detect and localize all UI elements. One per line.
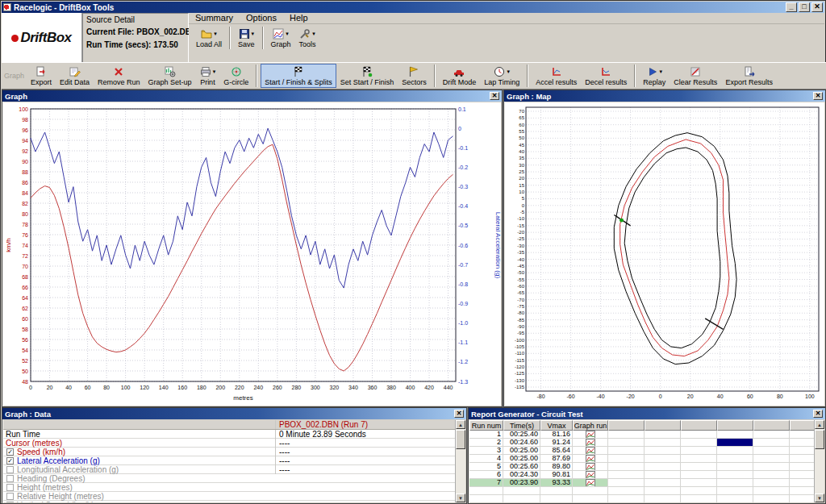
report-panel-titlebar[interactable]: Report Generator - Circuit Test ✕: [469, 408, 825, 419]
data-panel-titlebar[interactable]: Graph : Data ✕: [2, 408, 466, 419]
graph-toolbar-button-export-results[interactable]: Export Results: [721, 64, 777, 88]
report-row[interactable]: 200:24.6091.24: [469, 439, 814, 447]
svg-text:78: 78: [22, 222, 28, 227]
scrollbar-thumb[interactable]: [456, 430, 465, 449]
svg-text:-0.2: -0.2: [458, 165, 468, 170]
svg-text:72: 72: [22, 253, 28, 259]
graph-run-cell[interactable]: [573, 439, 608, 447]
svg-text:280: 280: [292, 385, 302, 390]
dropdown-arrow-icon[interactable]: ▾: [312, 31, 315, 37]
graph-toolbar-button-print[interactable]: ▾Print: [196, 64, 220, 88]
graph-toolbar-button-edit-data[interactable]: Edit Data: [56, 64, 94, 88]
minimize-button[interactable]: _: [786, 2, 797, 12]
data-panel-scrollbar[interactable]: ▲ ▼: [455, 420, 465, 502]
graph-toolbar-button-accel-results[interactable]: Accel results: [532, 64, 581, 88]
graph-toolbar-button-start-finish-splits[interactable]: Start / Finish & Splits: [261, 64, 336, 88]
report-column-header-time-s[interactable]: Time(s): [503, 420, 540, 431]
graph-run-cell[interactable]: [573, 479, 608, 487]
graph-run-cell[interactable]: [573, 471, 608, 479]
graph-toolbar-button-lap-timing[interactable]: ▾Lap Timing: [480, 64, 524, 88]
graph-run-cell[interactable]: [573, 455, 608, 463]
channel-checkbox[interactable]: ✓: [6, 448, 14, 456]
selected-cell[interactable]: [717, 439, 753, 447]
graph-run-cell[interactable]: [573, 487, 608, 495]
scroll-down-icon[interactable]: ▼: [456, 494, 465, 502]
graph-toolbar-button-g-circle[interactable]: G-circle: [219, 64, 252, 88]
graph-toolbar-button-set-start-finish[interactable]: Set Start / Finish: [336, 64, 398, 88]
data-panel-close-icon[interactable]: ✕: [454, 410, 464, 418]
graph-run-icon[interactable]: [586, 447, 595, 455]
report-row[interactable]: 500:25.6089.80: [469, 463, 814, 471]
graph-toolbar-button-drift-mode[interactable]: Drift Mode: [439, 64, 481, 88]
svg-text:-90: -90: [517, 324, 524, 329]
channel-checkbox[interactable]: [6, 493, 14, 500]
main-toolbar-button-save[interactable]: ▾Save: [234, 26, 259, 50]
dropdown-arrow-icon[interactable]: ▾: [660, 69, 663, 75]
channel-checkbox[interactable]: [6, 484, 14, 491]
dropdown-arrow-icon[interactable]: ▾: [252, 31, 255, 37]
dropdown-arrow-icon[interactable]: ▾: [286, 31, 289, 37]
clock-icon: [494, 66, 505, 77]
scrollbar-thumb[interactable]: [815, 430, 824, 449]
graph-toolbar-button-remove-run[interactable]: Remove Run: [94, 64, 144, 88]
graph-run-icon[interactable]: [586, 439, 595, 447]
scroll-up-icon[interactable]: ▲: [815, 420, 824, 429]
graph-run-cell[interactable]: [573, 447, 608, 455]
graph-toolbar-button-export[interactable]: Export: [27, 64, 56, 88]
channel-checkbox[interactable]: ✓: [6, 457, 14, 464]
main-toolbar-button-graph[interactable]: ▾Graph: [267, 26, 295, 50]
graph-toolbar-button-sectors[interactable]: Sectors: [398, 64, 431, 88]
dropdown-arrow-icon[interactable]: ▾: [213, 69, 216, 75]
maximize-button[interactable]: □: [799, 2, 810, 12]
graph-run-cell[interactable]: [573, 463, 608, 471]
map-window-close-icon[interactable]: ✕: [813, 92, 823, 100]
toolbar-icon-row: [551, 65, 562, 78]
menu-item-help[interactable]: Help: [283, 13, 315, 23]
channel-checkbox[interactable]: [6, 502, 14, 503]
graph-run-cell[interactable]: [573, 495, 608, 502]
graph-run-cell[interactable]: [573, 431, 608, 439]
dropdown-arrow-icon[interactable]: ▾: [507, 69, 510, 75]
channel-checkbox[interactable]: [6, 466, 14, 473]
graph-toolbar-button-replay[interactable]: ▾Replay: [639, 64, 670, 88]
map-window-titlebar[interactable]: Graph : Map ✕: [504, 90, 825, 102]
report-row[interactable]: 100:25.4081.16: [469, 431, 814, 439]
report-panel-close-icon[interactable]: ✕: [813, 410, 823, 418]
report-row[interactable]: 400:25.0087.69: [469, 455, 814, 463]
svg-text:70: 70: [519, 109, 524, 114]
graph-run-icon[interactable]: [586, 455, 595, 463]
report-column-header-run-num[interactable]: Run num: [469, 420, 503, 431]
report-row[interactable]: [469, 495, 814, 502]
toolbar-icon-row: [293, 65, 304, 78]
svg-text:-1.1: -1.1: [458, 339, 468, 345]
graph-run-icon[interactable]: [586, 431, 595, 439]
report-row[interactable]: 300:25.0085.64: [469, 447, 814, 455]
scroll-down-icon[interactable]: ▼: [815, 494, 824, 502]
main-toolbar-button-tools[interactable]: ▾Tools: [295, 26, 320, 50]
svg-text:48: 48: [22, 379, 28, 385]
scroll-up-icon[interactable]: ▲: [456, 420, 465, 429]
report-row[interactable]: 600:24.3090.81: [469, 471, 814, 479]
channel-value-cell: ----: [275, 456, 455, 465]
dropdown-arrow-icon[interactable]: ▾: [214, 31, 217, 37]
main-toolbar-button-load-all[interactable]: ▾Load All: [192, 26, 226, 50]
graph-toolbar-button-graph-set-up[interactable]: Graph Set-up: [144, 64, 196, 88]
menu-item-summary[interactable]: Summary: [189, 13, 240, 23]
report-column-header-graph-run[interactable]: Graph run: [573, 420, 608, 431]
report-panel-scrollbar[interactable]: ▲ ▼: [814, 420, 824, 502]
graph-toolbar-button-decel-results[interactable]: Decel results: [581, 64, 631, 88]
report-row[interactable]: 700:23.9093.33: [469, 479, 814, 487]
empty-cell: [681, 479, 717, 487]
graph-run-icon[interactable]: [586, 479, 595, 487]
channel-checkbox[interactable]: [6, 475, 14, 482]
graph-window-titlebar[interactable]: Graph ✕: [2, 90, 502, 102]
report-column-header-vmax[interactable]: Vmax: [540, 420, 573, 431]
graph-run-icon[interactable]: [586, 471, 595, 479]
menu-item-options[interactable]: Options: [240, 13, 283, 23]
graph-window-close-icon[interactable]: ✕: [490, 92, 499, 100]
report-row[interactable]: [469, 487, 814, 495]
window-titlebar[interactable]: Racelogic - DriftBox Tools _ □ ✕: [2, 2, 824, 13]
graph-toolbar-button-clear-results[interactable]: Clear Results: [670, 64, 721, 88]
graph-run-icon[interactable]: [586, 463, 595, 471]
close-button[interactable]: ✕: [811, 2, 823, 12]
